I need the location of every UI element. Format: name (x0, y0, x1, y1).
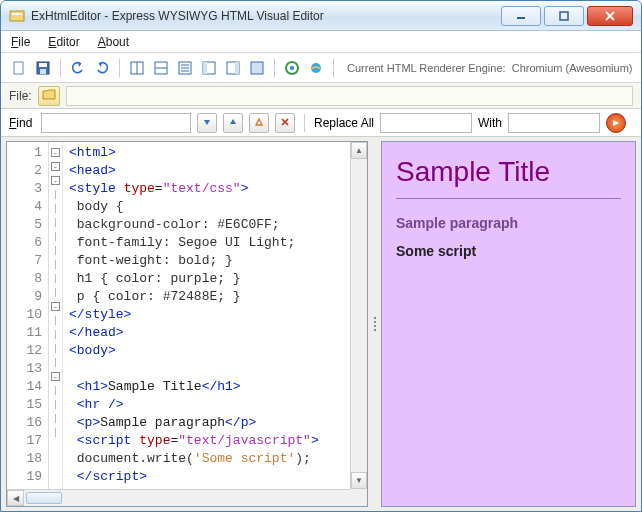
ie-icon[interactable] (306, 58, 326, 78)
file-label: File: (9, 89, 32, 103)
layout-lines-icon[interactable] (175, 58, 195, 78)
scroll-up-icon[interactable]: ▲ (351, 142, 367, 159)
svg-rect-1 (12, 13, 22, 15)
maximize-button[interactable] (544, 6, 584, 26)
renderer-value: Chromium (Awesomium) (512, 62, 633, 74)
svg-rect-0 (10, 11, 24, 21)
svg-rect-3 (560, 12, 568, 20)
replace-go-button[interactable] (606, 113, 626, 133)
fold-toggle[interactable]: - (51, 176, 60, 185)
code-editor[interactable]: <html> <head> <style type="text/css"> bo… (63, 142, 367, 506)
clear-button[interactable] (275, 113, 295, 133)
close-button[interactable] (587, 6, 633, 26)
findbar-sep (304, 114, 305, 132)
fold-toggle[interactable]: - (51, 162, 60, 171)
preview-paragraph: Sample paragraph (396, 215, 621, 231)
find-label: Find (9, 116, 35, 130)
layout-full-icon[interactable] (247, 58, 267, 78)
folder-icon (42, 88, 56, 103)
find-next-button[interactable] (197, 113, 217, 133)
window-title: ExHtmlEditor - Express WYSIWYG HTML Visu… (31, 9, 498, 23)
minimize-button[interactable] (501, 6, 541, 26)
code-body: 123456789101112131415161718192021 ----- … (7, 142, 367, 506)
highlight-icon (254, 116, 264, 130)
fold-toggle[interactable]: - (51, 372, 60, 381)
renderer-label-text: Current HTML Renderer Engine: (347, 62, 506, 74)
fold-gutter: ----- (49, 142, 63, 506)
workarea: 123456789101112131415161718192021 ----- … (1, 137, 641, 511)
svg-rect-6 (14, 62, 23, 74)
replace-label: Replace All (314, 116, 374, 130)
replace-input[interactable] (380, 113, 472, 133)
svg-rect-22 (251, 62, 263, 74)
toolbar-sep (333, 59, 334, 77)
layout-code-icon[interactable] (199, 58, 219, 78)
scroll-track[interactable] (24, 490, 350, 506)
clear-icon (280, 116, 290, 130)
menu-file[interactable]: File (11, 35, 30, 49)
with-input[interactable] (508, 113, 600, 133)
app-window: ExHtmlEditor - Express WYSIWYG HTML Visu… (0, 0, 642, 512)
vertical-scrollbar[interactable]: ▲ ▼ (350, 142, 367, 489)
window-buttons (498, 6, 633, 26)
renderer-label: Current HTML Renderer Engine: Chromium (… (347, 62, 633, 74)
svg-rect-9 (40, 69, 46, 74)
open-file-button[interactable] (38, 86, 60, 106)
play-icon (612, 116, 620, 130)
line-gutter: 123456789101112131415161718192021 (7, 142, 49, 506)
scroll-corner (350, 489, 367, 506)
findbar: Find Replace All With (1, 109, 641, 137)
fold-toggle[interactable]: - (51, 148, 60, 157)
preview-pane: Sample Title Sample paragraph Some scrip… (381, 141, 636, 507)
file-path-input[interactable] (66, 86, 633, 106)
find-prev-button[interactable] (223, 113, 243, 133)
titlebar: ExHtmlEditor - Express WYSIWYG HTML Visu… (1, 1, 641, 31)
layout-split-icon[interactable] (127, 58, 147, 78)
chrome-icon[interactable] (282, 58, 302, 78)
svg-rect-19 (203, 62, 207, 74)
layout-vert-icon[interactable] (151, 58, 171, 78)
preview-title: Sample Title (396, 156, 621, 188)
new-icon[interactable] (9, 58, 29, 78)
undo-icon[interactable] (68, 58, 88, 78)
layout-preview-icon[interactable] (223, 58, 243, 78)
redo-icon[interactable] (92, 58, 112, 78)
menu-about[interactable]: About (98, 35, 129, 49)
menubar: File Editor About (1, 31, 641, 53)
horizontal-scrollbar[interactable]: ◀ ▶ (7, 489, 367, 506)
arrow-down-icon (202, 116, 212, 130)
scroll-thumb[interactable] (26, 492, 62, 504)
scroll-left-icon[interactable]: ◀ (7, 490, 24, 506)
menu-editor[interactable]: Editor (48, 35, 79, 49)
preview-hr (396, 198, 621, 199)
splitter[interactable] (372, 141, 377, 507)
app-icon (9, 8, 25, 24)
preview-script-output: Some script (396, 243, 621, 259)
toolbar-sep (119, 59, 120, 77)
code-pane: 123456789101112131415161718192021 ----- … (6, 141, 368, 507)
svg-rect-21 (235, 62, 239, 74)
toolbar-sep (274, 59, 275, 77)
svg-point-24 (290, 65, 294, 69)
toolbar-sep (60, 59, 61, 77)
arrow-up-icon (228, 116, 238, 130)
fold-toggle[interactable]: - (51, 302, 60, 311)
highlight-button[interactable] (249, 113, 269, 133)
with-label: With (478, 116, 502, 130)
toolbar: Current HTML Renderer Engine: Chromium (… (1, 53, 641, 83)
svg-rect-8 (39, 63, 47, 67)
filebar: File: (1, 83, 641, 109)
save-icon[interactable] (33, 58, 53, 78)
scroll-down-icon[interactable]: ▼ (351, 472, 367, 489)
find-input[interactable] (41, 113, 191, 133)
